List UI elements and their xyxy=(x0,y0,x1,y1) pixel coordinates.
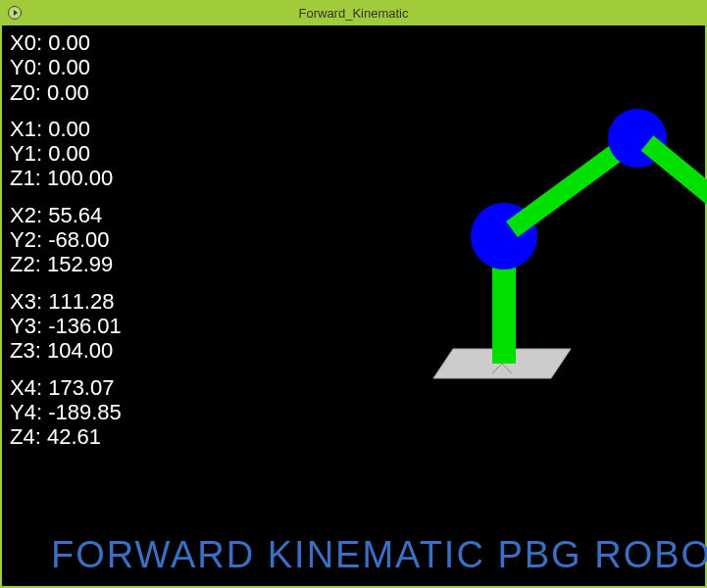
y3-value: -136.01 xyxy=(48,314,122,338)
y1-value: 0.00 xyxy=(48,141,90,166)
y4-value: -189.85 xyxy=(48,400,122,424)
joint-1-group: X1: 0.00 Y1: 0.00 Z1: 100.00 xyxy=(10,117,122,191)
z4-label: Z4: xyxy=(10,424,41,449)
z0-label: Z0: xyxy=(10,80,41,105)
joint-elbow xyxy=(608,109,667,168)
y0-value: 0.00 xyxy=(48,55,90,79)
joint-0-group: X0: 0.00 Y0: 0.00 Z0: 0.00 xyxy=(10,30,122,105)
z1-value: 100.00 xyxy=(47,166,113,190)
z1-label: Z1: xyxy=(10,166,41,190)
play-icon[interactable] xyxy=(8,6,22,20)
base-plate xyxy=(433,349,571,378)
window-title: Forward_Kinematic xyxy=(299,6,409,21)
x4-label: X4: xyxy=(10,375,42,400)
footer-banner: FORWARD KINEMATIC PBG ROBOT xyxy=(51,534,707,576)
x1-value: 0.00 xyxy=(48,117,90,141)
x2-label: X2: xyxy=(10,203,42,227)
viewport-3d[interactable]: X0: 0.00 Y0: 0.00 Z0: 0.00 X1: 0.00 Y1: … xyxy=(0,25,707,588)
link-0 xyxy=(492,246,516,364)
joint-3-group: X3: 111.28 Y3: -136.01 Z3: 104.00 xyxy=(10,289,122,364)
x3-label: X3: xyxy=(10,289,42,314)
titlebar[interactable]: Forward_Kinematic xyxy=(0,0,707,25)
z4-value: 42.61 xyxy=(47,424,101,449)
play-triangle-glyph xyxy=(14,10,18,16)
y3-label: Y3: xyxy=(10,314,42,338)
link-1 xyxy=(512,143,630,229)
coordinates-readout: X0: 0.00 Y0: 0.00 Z0: 0.00 X1: 0.00 Y1: … xyxy=(10,30,122,461)
x3-value: 111.28 xyxy=(48,289,114,314)
joint-4-group: X4: 173.07 Y4: -189.85 Z4: 42.61 xyxy=(10,375,122,450)
y1-label: Y1: xyxy=(10,141,42,166)
z2-label: Z2: xyxy=(10,252,41,276)
z3-value: 104.00 xyxy=(47,338,113,363)
x2-value: 55.64 xyxy=(48,203,102,227)
y4-label: Y4: xyxy=(10,400,42,424)
z2-value: 152.99 xyxy=(47,252,113,276)
z0-value: 0.00 xyxy=(47,80,89,105)
y2-label: Y2: xyxy=(10,227,42,252)
link-2 xyxy=(647,143,707,197)
joint-shoulder xyxy=(471,203,537,270)
robot-arm-render xyxy=(375,84,707,437)
x0-value: 0.00 xyxy=(48,30,90,55)
app-window: Forward_Kinematic X0: 0.00 Y0: 0.00 Z0: … xyxy=(0,0,707,588)
axis-mark-2 xyxy=(492,364,502,373)
y0-label: Y0: xyxy=(10,55,42,79)
x4-value: 173.07 xyxy=(48,375,114,400)
x1-label: X1: xyxy=(10,117,42,141)
x0-label: X0: xyxy=(10,30,42,55)
axis-mark-1 xyxy=(502,364,512,373)
z3-label: Z3: xyxy=(10,338,41,363)
joint-2-group: X2: 55.64 Y2: -68.00 Z2: 152.99 xyxy=(10,203,122,277)
y2-value: -68.00 xyxy=(48,227,109,252)
